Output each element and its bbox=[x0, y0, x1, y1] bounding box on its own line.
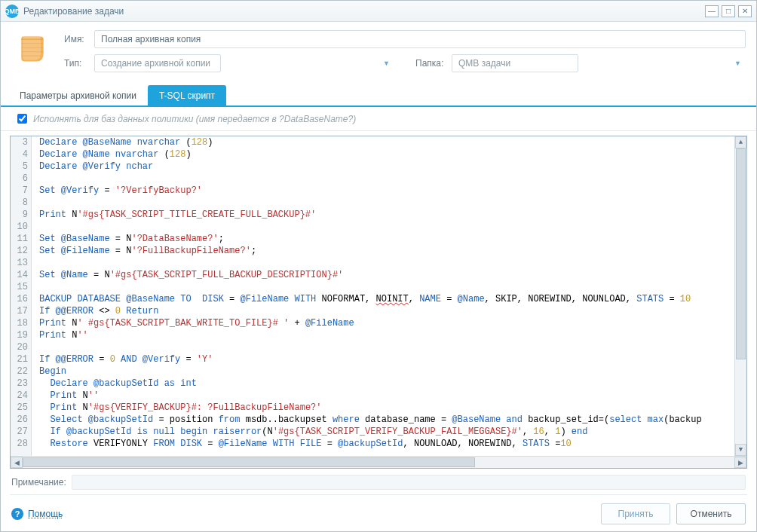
close-button[interactable]: ✕ bbox=[738, 5, 752, 17]
chevron-down-icon: ▼ bbox=[734, 60, 741, 67]
tabs: Параметры архивной копии T-SQL скрипт bbox=[1, 85, 756, 107]
footer: ? Помощь Принять Отменить bbox=[1, 497, 756, 531]
note-row: Примечание: bbox=[1, 472, 756, 493]
scroll-right-icon[interactable]: ▶ bbox=[734, 457, 746, 468]
hscroll-thumb[interactable] bbox=[23, 457, 475, 467]
folder-label: Папка: bbox=[415, 58, 452, 69]
scroll-left-icon[interactable]: ◀ bbox=[11, 457, 23, 468]
type-dropdown[interactable]: ▼ bbox=[94, 54, 394, 72]
window-title: Редактирование задачи bbox=[23, 6, 124, 17]
titlebar: QMB Редактирование задачи — □ ✕ bbox=[1, 1, 756, 22]
task-icon bbox=[16, 32, 49, 66]
note-label: Примечание: bbox=[11, 477, 72, 488]
tab-script[interactable]: T-SQL скрипт bbox=[148, 85, 226, 105]
help-icon: ? bbox=[11, 508, 23, 520]
accept-button[interactable]: Принять bbox=[601, 503, 670, 524]
line-gutter: 3456789101112131415161718192021222324252… bbox=[11, 136, 32, 456]
horizontal-scrollbar[interactable]: ◀ ▶ bbox=[11, 456, 746, 468]
chevron-down-icon: ▼ bbox=[383, 60, 390, 67]
scroll-down-icon[interactable]: ▼ bbox=[735, 444, 746, 456]
exec-label: Исполнять для баз данных политики (имя п… bbox=[33, 114, 356, 124]
exec-row: Исполнять для баз данных политики (имя п… bbox=[1, 107, 756, 131]
scroll-up-icon[interactable]: ▲ bbox=[735, 136, 746, 148]
scroll-thumb[interactable] bbox=[736, 148, 746, 359]
cancel-button[interactable]: Отменить bbox=[676, 503, 746, 524]
tab-params[interactable]: Параметры архивной копии bbox=[8, 85, 148, 105]
code-area[interactable]: Declare @BaseName nvarchar (128)Declare … bbox=[32, 136, 734, 456]
folder-dropdown[interactable]: ▼ bbox=[452, 54, 746, 72]
vertical-scrollbar[interactable]: ▲ ▼ bbox=[734, 136, 746, 456]
help-label: Помощь bbox=[28, 509, 63, 519]
help-link[interactable]: ? Помощь bbox=[11, 508, 63, 520]
exec-checkbox[interactable] bbox=[17, 114, 27, 124]
minimize-button[interactable]: — bbox=[705, 5, 719, 17]
app-icon: QMB bbox=[5, 5, 19, 18]
type-value[interactable] bbox=[94, 54, 221, 72]
window: QMB Редактирование задачи — □ ✕ Имя: Тип… bbox=[0, 0, 757, 532]
folder-value[interactable] bbox=[452, 54, 578, 72]
name-label: Имя: bbox=[64, 34, 94, 44]
code-editor: 3456789101112131415161718192021222324252… bbox=[10, 136, 747, 469]
maximize-button[interactable]: □ bbox=[722, 5, 735, 17]
header-form: Имя: Тип: ▼ Папка: ▼ bbox=[1, 22, 756, 84]
note-input[interactable] bbox=[72, 475, 746, 490]
name-input[interactable] bbox=[94, 30, 746, 48]
type-label: Тип: bbox=[64, 58, 94, 69]
separator bbox=[10, 494, 747, 495]
